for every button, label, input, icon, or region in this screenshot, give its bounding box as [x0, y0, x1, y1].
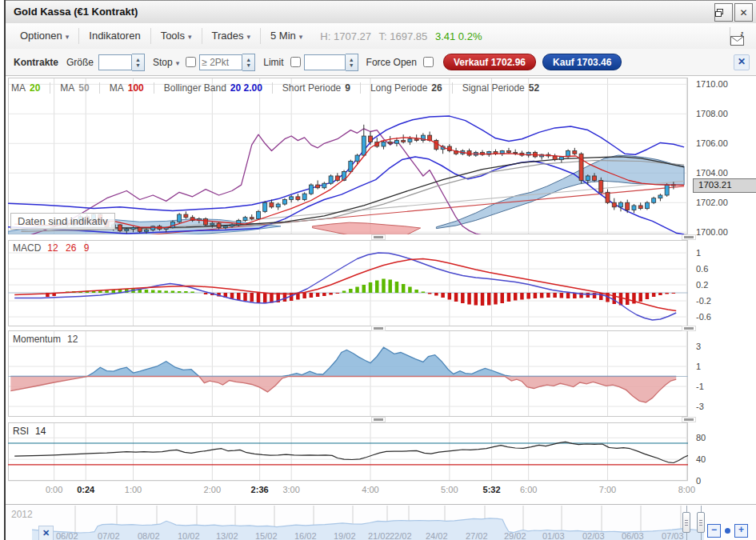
time-axis-label: 7:00 [599, 485, 616, 494]
panel-resize-handle[interactable] [371, 234, 386, 240]
navigator-date-label: 15/02 [255, 531, 278, 540]
navigator-date-label: 16/02 [294, 531, 317, 540]
navigator-date-label: 06/03 [622, 531, 644, 540]
groesse-label: Größe [66, 57, 94, 68]
time-axis-label: 4:00 [362, 485, 378, 494]
kontrakte-label: Kontrakte [14, 57, 58, 68]
svg-text:1702.00: 1702.00 [696, 198, 728, 207]
price-panel: 1710.001708.001706.001704.001702.001700.… [0, 78, 756, 234]
stop-stepper[interactable]: ▲▼ [242, 54, 255, 71]
order-bar: Kontrakte Größe ▲▼ Stop▾ ▲▼ Limit ▲▼ For… [6, 49, 756, 76]
chevron-down-icon: ▾ [247, 33, 251, 41]
menu-optionen[interactable]: Optionen▾ [10, 28, 78, 44]
panel-resize-handle[interactable] [682, 326, 696, 331]
svg-text:-0.6: -0.6 [696, 312, 711, 322]
chevron-down-icon: ▾ [188, 33, 192, 41]
limit-input[interactable] [304, 54, 346, 70]
menu-indikatoren[interactable]: Indikatoren [78, 28, 150, 44]
close-icon[interactable]: ✕ [734, 3, 753, 22]
navigator-date-label: 01/03 [542, 531, 565, 540]
panel-resize-handle[interactable] [371, 417, 386, 422]
svg-text:1706.00: 1706.00 [696, 138, 728, 148]
navigator-date-label: 13/02 [216, 531, 238, 540]
groesse-stepper[interactable]: ▲▼ [132, 54, 145, 71]
svg-text:0.6: 0.6 [696, 264, 708, 274]
limit-stepper[interactable]: ▲▼ [346, 54, 358, 71]
sell-button[interactable]: Verkauf 1702.96 [443, 54, 536, 70]
panel-resize-handle[interactable] [682, 234, 696, 240]
time-axis-label: 2:36 [251, 485, 269, 494]
svg-text:-1: -1 [696, 382, 704, 391]
navigator-chart[interactable]: 06/0207/0208/0210/0213/0215/0216/0219/02… [0, 506, 756, 540]
stop-label[interactable]: Stop▾ [153, 57, 179, 68]
svg-text:1: 1 [696, 362, 701, 371]
navigator-date-label: 06/02 [56, 531, 78, 540]
time-axis-label: 0:24 [77, 485, 94, 494]
navigator-left-handle[interactable] [686, 506, 687, 540]
navigator-date-label: 10/02 [178, 531, 200, 540]
svg-text:1710.00: 1710.00 [696, 79, 728, 89]
time-axis-label: 1:00 [125, 485, 142, 494]
navigator-close-icon[interactable]: ✕ [38, 526, 54, 540]
limit-label: Limit [263, 57, 283, 68]
svg-text:0.2: 0.2 [696, 280, 708, 290]
buy-button[interactable]: Kauf 1703.46 [542, 54, 622, 70]
time-axis: 0:000:241:002:002:363:004:005:005:326:00… [0, 485, 756, 499]
menu-tools[interactable]: Tools▾ [150, 28, 202, 44]
long-periode-setting[interactable]: Long Periode26 [360, 82, 452, 94]
session-quote: H: 1707.27 T: 1697.85 3.41 0.2% [320, 30, 482, 42]
time-axis-label: 6:00 [520, 485, 537, 494]
titlebar[interactable]: Gold Kassa (€1 Kontrakt) ✕ [6, 0, 756, 24]
time-axis-label: 0:00 [46, 485, 62, 494]
panel-resize-handle[interactable] [682, 417, 696, 422]
chevron-down-icon: ▾ [66, 33, 70, 41]
signal-periode-setting[interactable]: Signal Periode52 [452, 82, 549, 94]
navigator-date-label: 02/03 [582, 531, 605, 540]
svg-text:-0.2: -0.2 [696, 296, 711, 306]
restore-icon[interactable] [714, 3, 733, 22]
time-axis-label: 5:00 [441, 485, 458, 494]
svg-text:80: 80 [696, 433, 706, 442]
menu-trades[interactable]: Trades▾ [202, 28, 261, 44]
navigator-right-handle[interactable] [701, 506, 702, 540]
last-price-badge: 1703.21 [693, 178, 756, 193]
svg-text:1704.00: 1704.00 [696, 168, 728, 178]
chevron-down-icon: ▾ [176, 59, 180, 67]
groesse-input[interactable] [98, 54, 132, 70]
indicative-data-watermark: Daten sind indikativ [10, 213, 115, 230]
time-axis-label: 2:00 [204, 485, 221, 494]
panel-resize-handle[interactable] [371, 326, 386, 331]
stop-checkbox[interactable] [186, 57, 196, 67]
navigator-date-label: 27/02 [466, 531, 488, 540]
navigator-date-label: 07/02 [98, 531, 120, 540]
ma100-setting[interactable]: MA100 [99, 82, 154, 94]
zoom-out-button[interactable]: − [707, 524, 721, 538]
menu-timeframe[interactable]: 5 Min▾ [260, 28, 312, 44]
navigator-date-label: 08/02 [138, 531, 160, 540]
zoom-in-button[interactable]: + [734, 524, 748, 538]
svg-text:-3: -3 [696, 402, 704, 411]
force-open-checkbox[interactable] [423, 57, 434, 67]
session-high: H: 1707.27 [320, 30, 371, 42]
ma20-setting[interactable]: MA20 [11, 82, 50, 94]
trading-window: Gold Kassa (€1 Kontrakt) ✕ Optionen▾ Ind… [0, 0, 756, 540]
svg-text:1708.00: 1708.00 [696, 109, 728, 118]
session-low: T: 1697.85 [379, 30, 428, 42]
navigator-date-label: 21/02 [368, 531, 390, 540]
navigator-date-label: 22/02 [390, 531, 412, 540]
bollinger-setting[interactable]: Bollinger Band20 2.00 [154, 82, 272, 94]
momentum-panel: 31-1-3 [0, 330, 756, 417]
svg-text:40: 40 [696, 454, 706, 464]
limit-checkbox[interactable] [290, 57, 301, 67]
short-periode-setting[interactable]: Short Periode9 [272, 82, 360, 94]
indicator-header: MA20 MA50 MA100 Bollinger Band20 2.00 Sh… [11, 80, 549, 96]
macd-panel: 10.60.2-0.2-0.6 [0, 240, 756, 326]
time-axis-label: 5:32 [483, 485, 501, 494]
svg-text:1700.00: 1700.00 [696, 227, 728, 237]
stop-input[interactable] [199, 54, 242, 70]
navigator-date-label: 24/02 [426, 531, 448, 540]
zoom-dot-icon [725, 528, 730, 534]
ma50-setting[interactable]: MA50 [50, 82, 98, 94]
time-axis-label: 3:00 [282, 485, 299, 494]
close-orderbar-icon[interactable]: ✕ [734, 54, 750, 70]
